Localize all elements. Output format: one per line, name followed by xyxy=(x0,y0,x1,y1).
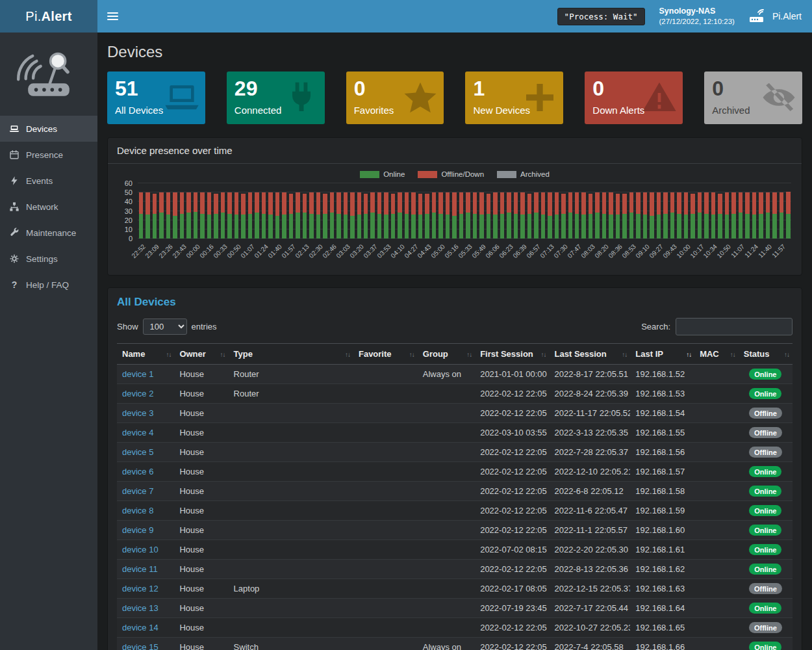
presence-bar xyxy=(479,183,483,239)
device-link[interactable]: device 7 xyxy=(122,486,153,496)
presence-bar xyxy=(780,183,783,239)
cell-last_ip: 192.168.1.52 xyxy=(630,365,694,384)
legend-item: Archived xyxy=(497,170,550,178)
cell-name: device 3 xyxy=(117,404,174,423)
cell-group xyxy=(418,501,475,521)
device-link[interactable]: device 1 xyxy=(122,369,153,379)
device-link[interactable]: device 4 xyxy=(122,428,153,437)
device-link[interactable]: device 12 xyxy=(122,584,159,593)
column-header-last_ip[interactable]: Last IP↑↓ xyxy=(630,344,694,365)
card-favorites[interactable]: 0 Favorites xyxy=(346,72,444,124)
device-link[interactable]: device 2 xyxy=(122,389,153,398)
sidebar-item-events[interactable]: Events xyxy=(0,168,97,194)
column-header-mac[interactable]: MAC↑↓ xyxy=(694,344,739,365)
y-tick-label: 60 xyxy=(125,179,133,187)
sidebar-item-label: Network xyxy=(26,202,58,212)
column-header-group[interactable]: Group↑↓ xyxy=(418,344,475,365)
presence-bar xyxy=(752,183,756,239)
device-link[interactable]: device 8 xyxy=(122,506,153,515)
sidebar-item-devices[interactable]: Devices xyxy=(0,116,97,142)
cell-last_ip: 192.168.1.64 xyxy=(630,599,694,618)
presence-bar xyxy=(677,183,681,239)
presence-bar xyxy=(581,183,585,239)
presence-bar xyxy=(629,183,633,239)
cell-name: device 15 xyxy=(117,638,174,650)
status-badge: Offline xyxy=(749,427,782,438)
column-header-type[interactable]: Type↑↓ xyxy=(229,344,353,365)
show-label: Show xyxy=(117,322,138,332)
card-connected[interactable]: 29 Connected xyxy=(227,72,325,124)
cell-name: device 13 xyxy=(117,599,174,618)
cell-owner: House xyxy=(174,579,228,599)
search-input[interactable] xyxy=(676,318,793,335)
card-archived[interactable]: 0 Archived xyxy=(704,72,802,124)
presence-bar xyxy=(398,183,401,239)
presence-bar xyxy=(466,183,470,239)
presence-bar xyxy=(459,183,463,239)
sidebar-item-maintenance[interactable]: Maintenance xyxy=(0,220,97,246)
cell-owner: House xyxy=(174,482,228,501)
app-logo[interactable]: Pi.Alert xyxy=(0,0,97,32)
device-link[interactable]: device 9 xyxy=(122,525,153,535)
sidebar-item-help[interactable]: ? Help / FAQ xyxy=(0,272,97,298)
presence-bar xyxy=(663,183,667,239)
column-header-favorite[interactable]: Favorite↑↓ xyxy=(353,344,418,365)
sort-icon: ↑↓ xyxy=(686,350,691,358)
table-row: device 4House2022-03-10 03:552022-3-13 2… xyxy=(117,423,793,443)
chart-legend: OnlineOffline/DownArchived xyxy=(118,170,791,178)
presence-bar xyxy=(589,183,592,239)
sidebar-item-label: Maintenance xyxy=(26,228,76,238)
device-link[interactable]: device 14 xyxy=(122,623,159,632)
presence-bar xyxy=(227,183,231,239)
column-header-owner[interactable]: Owner↑↓ xyxy=(174,344,228,365)
card-down-alerts[interactable]: 0 Down Alerts xyxy=(585,72,683,124)
device-link[interactable]: device 13 xyxy=(122,603,159,613)
presence-bar xyxy=(303,183,307,239)
device-link[interactable]: device 5 xyxy=(122,447,153,457)
header-user[interactable]: Pi.Alert xyxy=(749,9,802,23)
sidebar-item-presence[interactable]: Presence xyxy=(0,142,97,168)
sidebar-toggle-button[interactable] xyxy=(97,0,127,32)
cell-mac xyxy=(694,443,739,462)
presence-bar xyxy=(595,183,599,239)
presence-chart: OnlineOffline/DownArchived 6050403020100… xyxy=(108,164,802,275)
status-badge: Online xyxy=(749,388,781,399)
device-link[interactable]: device 3 xyxy=(122,408,153,418)
sidebar-item-label: Devices xyxy=(26,124,57,134)
column-header-last_session[interactable]: Last Session↑↓ xyxy=(550,344,631,365)
cell-last_ip: 192.168.1.60 xyxy=(630,521,694,540)
presence-bar xyxy=(241,183,245,239)
column-header-name[interactable]: Name↑↓ xyxy=(117,344,174,365)
entries-select[interactable]: 100 xyxy=(143,318,187,335)
presence-bar xyxy=(616,183,620,239)
cell-status: Online xyxy=(739,462,793,482)
presence-bar xyxy=(235,183,238,239)
cell-favorite xyxy=(353,521,418,540)
cell-group xyxy=(418,482,475,501)
cell-status: Online xyxy=(739,599,793,618)
table-row: device 9House2022-02-12 22:052022-11-1 2… xyxy=(117,521,793,540)
sidebar-item-settings[interactable]: Settings xyxy=(0,246,97,272)
cell-last_session: 2022-11-1 22:05.57 xyxy=(550,521,631,540)
column-header-status[interactable]: Status↑↓ xyxy=(739,344,793,365)
cell-favorite xyxy=(353,365,418,384)
presence-chart-panel: Device presence over time OnlineOffline/… xyxy=(107,137,802,276)
cell-last_ip: 192.168.1.66 xyxy=(630,638,694,650)
presence-bar xyxy=(527,183,531,239)
presence-bar xyxy=(772,183,776,239)
device-link[interactable]: device 6 xyxy=(122,467,153,476)
legend-swatch xyxy=(418,171,437,178)
card-new-devices[interactable]: 1 New Devices xyxy=(465,72,563,124)
cell-last_session: 2022-11-17 22:05.52 xyxy=(550,404,631,423)
card-all-devices[interactable]: 51 All Devices xyxy=(107,72,205,124)
table-body: device 1HouseRouterAlways on2021-01-01 0… xyxy=(117,365,793,650)
device-link[interactable]: device 15 xyxy=(122,642,159,650)
cell-mac xyxy=(694,404,739,423)
cell-mac xyxy=(694,521,739,540)
column-header-first_session[interactable]: First Session↑↓ xyxy=(475,344,549,365)
presence-bar xyxy=(166,183,170,239)
device-link[interactable]: device 10 xyxy=(122,545,159,554)
cell-owner: House xyxy=(174,423,228,443)
device-link[interactable]: device 11 xyxy=(122,564,158,574)
sidebar-item-network[interactable]: Network xyxy=(0,194,97,220)
